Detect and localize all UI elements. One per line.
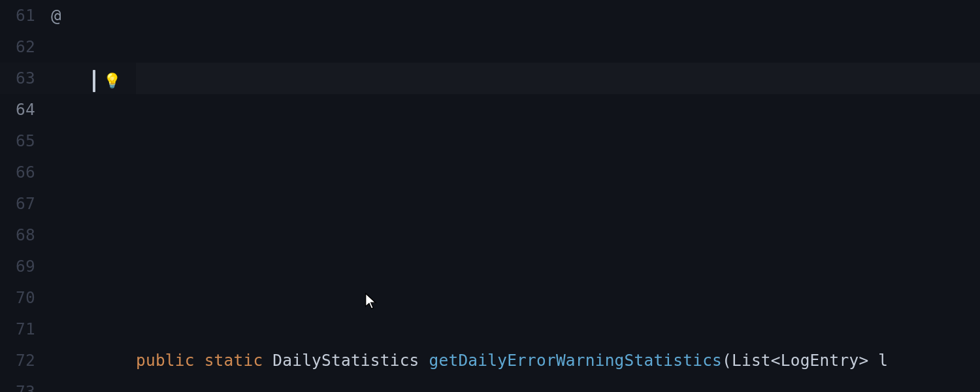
code-line[interactable]: [136, 188, 980, 220]
line-number: 70: [0, 282, 39, 314]
line-number: 69: [0, 251, 39, 282]
gutter-decorations: @ 💡: [46, 0, 136, 392]
line-number: 61: [0, 0, 39, 31]
line-number: 67: [0, 188, 39, 220]
line-number: 71: [0, 314, 39, 345]
line-number: 72: [0, 345, 39, 376]
code-editor[interactable]: 61 62 63 64 65 66 67 68 69 70 71 72 73 @…: [0, 0, 980, 392]
type-name: DailyStatistics: [272, 351, 419, 370]
code-area[interactable]: public static DailyStatistics getDailyEr…: [136, 0, 980, 392]
line-number: 66: [0, 157, 39, 188]
line-number-gutter: 61 62 63 64 65 66 67 68 69 70 71 72 73: [0, 0, 46, 392]
keyword-public: public: [136, 351, 195, 370]
text-caret: [93, 70, 95, 92]
line-number: 65: [0, 125, 39, 157]
keyword-static: static: [204, 351, 263, 370]
code-line[interactable]: public static DailyStatistics getDailyEr…: [136, 345, 980, 376]
line-number-active: 64: [0, 94, 39, 125]
line-number: 73: [0, 376, 39, 392]
bookmark-icon: @: [51, 0, 61, 31]
lightbulb-icon[interactable]: 💡: [103, 74, 121, 88]
method-name: getDailyErrorWarningStatistics: [429, 351, 723, 370]
line-number: 63: [0, 63, 39, 94]
line-number: 62: [0, 31, 39, 63]
line-number: 68: [0, 220, 39, 251]
